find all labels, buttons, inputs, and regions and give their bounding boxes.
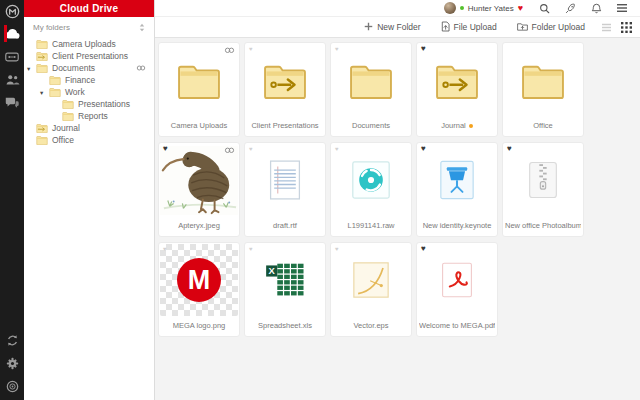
favourite-icon[interactable]: ♥ [249, 246, 253, 252]
favourite-icon[interactable]: ♥ [421, 145, 426, 153]
tile-label: Documents [333, 121, 409, 130]
rocket-icon[interactable] [557, 3, 583, 14]
tile-welcome-to-mega-pdf[interactable]: ♥Welcome to MEGA.pdf [416, 242, 498, 337]
tree-item-presentations[interactable]: Presentations [24, 98, 154, 110]
cloud-drive-icon[interactable] [4, 22, 20, 45]
app-window: Cloud Drive My folders Camera UploadsCli… [0, 0, 640, 400]
tile-mega-logo-png[interactable]: M♥MEGA logo.png [158, 242, 240, 337]
file-upload-icon [441, 21, 450, 34]
tree-item-office[interactable]: Office [24, 134, 154, 146]
tree-item-label: Presentations [78, 99, 130, 109]
chat-icon[interactable] [4, 91, 20, 114]
tile-documents[interactable]: ♥Documents [330, 42, 412, 137]
tree-header: My folders [24, 17, 154, 38]
username[interactable]: Hunter Yates [468, 4, 514, 13]
folder-icon [62, 99, 74, 109]
tree-item-client-presentations[interactable]: Client Presentations [24, 50, 154, 62]
caret-down-icon[interactable]: ▾ [40, 89, 43, 97]
sync-icon[interactable] [0, 329, 24, 352]
contacts-icon[interactable] [4, 68, 20, 91]
public-link-icon [136, 65, 146, 71]
tile-spreadsheet-xls[interactable]: X♥Spreadsheet.xls [244, 242, 326, 337]
folder-upload-button[interactable]: Folder Upload [517, 22, 585, 33]
tree-item-documents[interactable]: ▾Documents [24, 62, 154, 74]
thumbnail [504, 144, 582, 216]
content-area: Camera Uploads♥Client Presentations♥Docu… [155, 38, 640, 400]
favourite-icon[interactable]: ♥ [507, 145, 512, 153]
tile-new-office-photoalbum-zip[interactable]: ♥New office Photoalbum.zip [502, 142, 584, 237]
tile-label: Vector.eps [333, 321, 409, 330]
menu-icon[interactable] [609, 3, 635, 13]
thumbnail: M [160, 244, 238, 316]
new-folder-button[interactable]: New Folder [364, 22, 420, 33]
thumbnail [418, 44, 496, 116]
list-view-icon[interactable] [601, 23, 612, 32]
caret-down-icon[interactable]: ▾ [27, 65, 30, 73]
tile-office[interactable]: Office [502, 42, 584, 137]
tile-label: Spreadsheet.xls [247, 321, 323, 330]
toolbar: New Folder File Upload Folder Upload [155, 17, 640, 38]
tile-label: Client Presentations [247, 121, 323, 130]
grid-view-icon[interactable] [621, 22, 632, 33]
mega-logo-icon[interactable] [4, 0, 20, 22]
tree-item-label: Journal [52, 123, 80, 133]
links-icon[interactable] [4, 45, 20, 68]
search-icon[interactable] [531, 3, 557, 14]
tile-apteryx-jpeg[interactable]: ♥Apteryx.jpeg [158, 142, 240, 237]
tree-item-finance[interactable]: Finance [24, 74, 154, 86]
favourite-icon[interactable]: ♥ [421, 245, 426, 253]
tree-item-work[interactable]: ▾Work [24, 86, 154, 98]
tile-camera-uploads[interactable]: Camera Uploads [158, 42, 240, 137]
label-dot [469, 124, 473, 128]
membership-badge-icon: ♥ [518, 4, 523, 13]
folder-icon [36, 39, 48, 49]
tile-journal[interactable]: ♥Journal [416, 42, 498, 137]
storage-icon[interactable] [0, 375, 24, 398]
thumbnail [332, 44, 410, 116]
folder-icon [36, 135, 48, 145]
shared-folder-icon [36, 51, 48, 61]
tree-item-label: Camera Uploads [52, 39, 116, 49]
favourite-icon[interactable]: ♥ [163, 145, 168, 153]
shared-folder-icon [36, 123, 48, 133]
thumbnail: X [246, 244, 324, 316]
nav-rail [0, 0, 24, 400]
collapse-tree-icon[interactable] [139, 23, 145, 32]
tile-label: Journal [419, 121, 495, 130]
tile-vector-eps[interactable]: ♥Vector.eps [330, 242, 412, 337]
favourite-icon[interactable]: ♥ [249, 46, 253, 52]
view-toggle [601, 22, 632, 33]
favourite-icon[interactable]: ♥ [249, 146, 253, 152]
tile-client-presentations[interactable]: ♥Client Presentations [244, 42, 326, 137]
tree-item-label: Client Presentations [52, 51, 128, 61]
tile-label: Office [505, 121, 581, 130]
file-upload-button[interactable]: File Upload [441, 21, 497, 34]
main-area: Hunter Yates ♥ New Folder File Upload Fo… [155, 0, 640, 400]
tile-draft-rtf[interactable]: ♥draft.rtf [244, 142, 326, 237]
tree-item-label: Office [52, 135, 74, 145]
account-menu[interactable]: Hunter Yates ♥ [444, 2, 523, 14]
folder-icon [49, 75, 61, 85]
topbar: Hunter Yates ♥ [155, 0, 640, 17]
tile-label: MEGA logo.png [161, 321, 237, 330]
avatar[interactable] [444, 2, 456, 14]
favourite-icon[interactable]: ♥ [421, 45, 426, 53]
favourite-icon[interactable]: ♥ [335, 146, 339, 152]
tile-new-identity-keynote[interactable]: ♥New identity.keynote [416, 142, 498, 237]
mega-logo-thumbnail: M [177, 258, 221, 302]
tree-item-label: Documents [52, 63, 95, 73]
tile-label: draft.rtf [247, 221, 323, 230]
tile-l1991141-raw[interactable]: ♥L1991141.raw [330, 142, 412, 237]
tree-item-journal[interactable]: Journal [24, 122, 154, 134]
tree-item-reports[interactable]: Reports [24, 110, 154, 122]
favourite-icon[interactable]: ♥ [163, 246, 167, 252]
thumbnail [418, 244, 496, 316]
folder-icon [62, 111, 74, 121]
favourite-icon[interactable]: ♥ [335, 46, 339, 52]
settings-icon[interactable] [0, 352, 24, 375]
notifications-icon[interactable] [583, 3, 609, 14]
thumbnail [418, 144, 496, 216]
tree-header-label: My folders [33, 23, 70, 32]
tree-item-camera-uploads[interactable]: Camera Uploads [24, 38, 154, 50]
favourite-icon[interactable]: ♥ [335, 246, 339, 252]
